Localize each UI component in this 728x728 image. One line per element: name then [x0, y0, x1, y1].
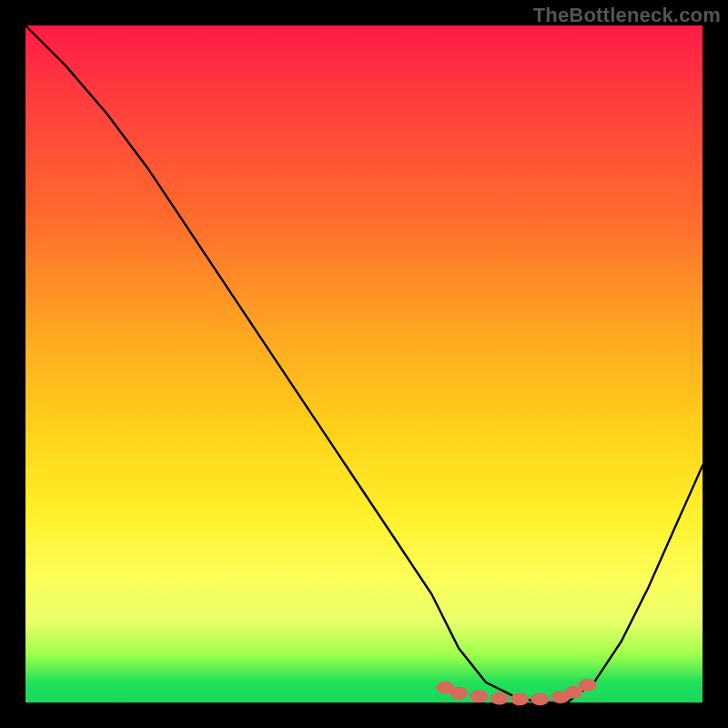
trough-point: [470, 690, 489, 703]
chart-frame: TheBottleneck.com: [0, 0, 728, 728]
trough-markers: [436, 679, 596, 706]
trough-point: [579, 679, 597, 692]
trough-point: [450, 687, 468, 700]
trough-point: [531, 693, 549, 705]
trough-point: [511, 693, 529, 705]
curve-layer: [25, 25, 703, 703]
watermark-text: TheBottleneck.com: [533, 4, 721, 27]
bottleneck-curve: [25, 25, 703, 703]
trough-point: [490, 693, 509, 705]
plot-area: [25, 25, 703, 703]
